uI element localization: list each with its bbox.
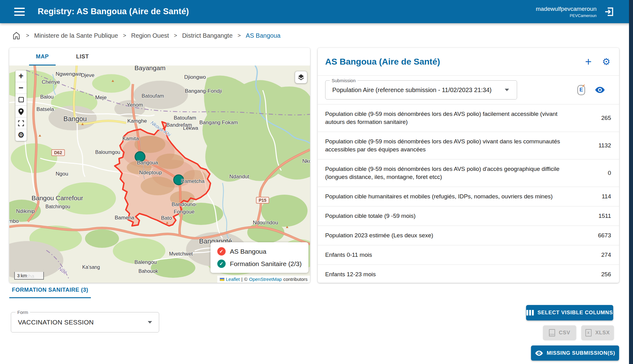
breadcrumb-item[interactable]: District Bangangte [182, 32, 232, 39]
map-place-label: Bato [161, 215, 172, 221]
osm-link[interactable]: OpenStreetMap [249, 277, 282, 282]
row-value: 256 [601, 271, 611, 278]
table-row: Population cible humanitaires et mobiles… [318, 187, 619, 206]
map-place-label: Bangou Carrefour [32, 194, 83, 202]
map-legend: ✓ AS Bangoua ✓ Formation Sanitaire (2/3) [210, 242, 308, 273]
map-place-label: Batsela [36, 106, 54, 112]
map-settings-button[interactable]: ⚙ [15, 129, 27, 141]
xlsx-label: XLSX [595, 330, 610, 336]
tab-underline [9, 297, 91, 298]
attribution-copyright: © [244, 277, 248, 282]
map-place-label: Meje [95, 95, 107, 101]
add-icon[interactable]: + [585, 57, 592, 66]
table-row: Population cible totale (9 -59 mois) 151… [318, 206, 619, 226]
export-xlsx-button[interactable]: X XLSX [581, 325, 614, 340]
map-place-label: Kamita [122, 136, 139, 142]
map-place-label: Bangoua [137, 160, 158, 166]
map-place-label: Chenye [42, 79, 60, 85]
map-toolbar: + − ⚙ [15, 70, 27, 141]
indicator-rows: Population cible (9-59 mois dénombrées l… [318, 104, 619, 283]
export-csv-button[interactable]: CSV CSV [543, 325, 576, 340]
chevron-down-icon [505, 89, 509, 91]
form-select-label: Form [15, 310, 30, 315]
fullscreen-button[interactable] [15, 117, 27, 129]
row-value: 274 [601, 252, 611, 258]
row-label: Population cible humanitaires et mobiles… [325, 193, 576, 201]
fullscreen-icon [18, 120, 24, 127]
missing-submissions-label: MISSING SUBMISSION(S) [547, 350, 615, 356]
legend-item-health-area: ✓ AS Bangoua [217, 247, 302, 256]
table-row: Enfants 12-23 mois 256 [318, 265, 619, 283]
submission-select[interactable]: Submission Population Aire (reference su… [325, 80, 517, 99]
missing-submissions-button[interactable]: MISSING SUBMISSION(S) [531, 345, 619, 361]
table-row: Population cible (9-59 mois dénombrées l… [318, 132, 619, 159]
columns-icon [526, 310, 534, 315]
map-canvas[interactable]: BayangamNgwengwaDjeveDjiongwoChenyeBanga… [9, 66, 310, 283]
map-place-label: Balou [40, 94, 53, 100]
row-value: 6673 [598, 232, 611, 239]
map-place-label: Bamena [115, 215, 134, 221]
map-scale: 3 km [14, 272, 44, 280]
map-place-label: Balengou [134, 259, 157, 265]
map-place-label: Ngwengwa [56, 71, 82, 77]
map-place-label: Bangang Fokam [199, 120, 238, 126]
breadcrumb-separator: > [123, 32, 126, 39]
csv-label: CSV [559, 330, 570, 336]
draw-rectangle-button[interactable] [15, 94, 27, 106]
view-submission-eye-icon[interactable] [595, 87, 605, 93]
enketo-edit-icon[interactable]: E✓ [577, 85, 585, 95]
tab-map[interactable]: MAP [22, 48, 62, 66]
settings-gear-icon[interactable]: ⚙ [602, 56, 610, 67]
breadcrumb-separator: > [26, 32, 29, 39]
tab-formation-sanitaire[interactable]: FORMATION SANITAIRE (3) [9, 287, 91, 293]
row-label: Population cible (9-59 mois dénombrées l… [325, 110, 576, 126]
map-place-label: Bahouok [138, 269, 158, 274]
app-bar: Registry: AS Bangoua (Aire de Santé) mad… [0, 0, 633, 23]
map-place-label: Bandrefam [166, 122, 192, 128]
pin-icon [17, 107, 25, 116]
breadcrumb-item-current: AS Bangoua [246, 32, 280, 39]
legend-item-facilities: ✓ Formation Sanitaire (2/3) [217, 260, 302, 268]
zoom-in-button[interactable]: + [15, 70, 27, 82]
form-select-value: VACCINATION SESSION [18, 319, 94, 326]
map-place-label: Batoufam [174, 115, 196, 121]
username: madewulfpevcameroun [536, 6, 597, 12]
zoom-out-button[interactable]: − [15, 82, 27, 94]
location-pin-button[interactable] [15, 106, 27, 117]
home-icon[interactable] [12, 31, 21, 40]
logout-icon[interactable] [603, 6, 614, 17]
legend-label: AS Bangoua [230, 248, 266, 255]
select-visible-columns-button[interactable]: SELECT VISIBLE COLUMNS [526, 305, 613, 320]
check-circle-icon: ✓ [217, 247, 226, 256]
map-place-label: Djeve [81, 72, 94, 78]
table-row: Enfants 0-11 mois 274 [318, 245, 619, 265]
table-row: Population 2023 estimée (Les deux sexe) … [318, 226, 619, 245]
row-value: 1511 [598, 213, 611, 219]
leaflet-link[interactable]: Leaflet [226, 277, 240, 282]
map-place-label: Bayangam [134, 66, 165, 72]
row-value: 0 [608, 170, 611, 176]
breadcrumb-separator: > [238, 32, 241, 39]
table-row: Population cible (9-59 mois dénombrées l… [318, 159, 619, 187]
map-place-label: Fongoué [174, 209, 194, 215]
map-place-label: Baloumgou [95, 150, 120, 155]
form-select[interactable]: Form VACCINATION SESSION [11, 312, 159, 332]
map-place-label: Batchingou [45, 204, 70, 210]
tab-list[interactable]: LIST [62, 48, 103, 66]
csv-file-icon: CSV [549, 329, 555, 336]
eye-icon [535, 350, 543, 356]
map-place-label: Ka'sang [82, 265, 100, 270]
attribution-separator: | [241, 277, 243, 282]
account-name: PEVCameroun [536, 13, 597, 18]
row-value: 1132 [598, 142, 611, 149]
layers-control[interactable] [295, 71, 307, 83]
map-place-label: Ndandut [229, 174, 249, 180]
chevron-down-icon [148, 321, 152, 324]
menu-icon[interactable] [14, 8, 25, 16]
xlsx-file-icon: X [585, 329, 592, 336]
map-place-label: Ngou [56, 171, 68, 177]
breadcrumb-item[interactable]: Region Ouest [131, 32, 169, 39]
page-scrollbar[interactable] [629, 0, 633, 364]
breadcrumb-item[interactable]: Ministere de la Sante Publique [34, 32, 118, 39]
user-block: madewulfpevcameroun PEVCameroun [536, 6, 597, 18]
